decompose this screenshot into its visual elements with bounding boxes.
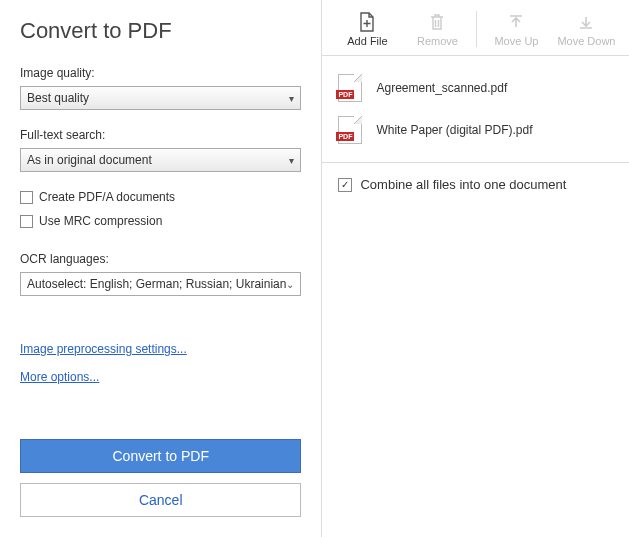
file-panel: Add File Remove Move Up Move Down <box>321 0 629 537</box>
ocr-languages-select[interactable]: Autoselect: English; German; Russian; Uk… <box>20 272 301 296</box>
trash-icon <box>426 11 448 33</box>
file-row[interactable]: PDF White Paper (digital PDF).pdf <box>338 116 615 144</box>
image-quality-value: Best quality <box>27 91 89 105</box>
chevron-down-icon: ▾ <box>289 155 294 166</box>
create-pdfa-checkbox[interactable]: Create PDF/A documents <box>20 190 301 204</box>
checkbox-icon <box>20 215 33 228</box>
combine-label: Combine all files into one document <box>360 177 566 192</box>
file-row[interactable]: PDF Agreement_scanned.pdf <box>338 74 615 102</box>
toolbar-separator <box>476 11 477 47</box>
create-pdfa-label: Create PDF/A documents <box>39 190 175 204</box>
file-toolbar: Add File Remove Move Up Move Down <box>322 0 629 56</box>
file-name: White Paper (digital PDF).pdf <box>376 123 532 137</box>
fulltext-search-select[interactable]: As in original document ▾ <box>20 148 301 172</box>
image-quality-select[interactable]: Best quality ▾ <box>20 86 301 110</box>
use-mrc-checkbox[interactable]: Use MRC compression <box>20 214 301 228</box>
image-quality-label: Image quality: <box>20 66 301 80</box>
pdf-file-icon: PDF <box>338 74 362 102</box>
move-down-icon <box>575 11 597 33</box>
add-file-icon <box>356 11 378 33</box>
image-preprocessing-link[interactable]: Image preprocessing settings... <box>20 342 187 356</box>
fulltext-search-label: Full-text search: <box>20 128 301 142</box>
settings-panel: Convert to PDF Image quality: Best quali… <box>0 0 321 537</box>
page-title: Convert to PDF <box>20 18 301 44</box>
remove-label: Remove <box>417 35 458 47</box>
file-name: Agreement_scanned.pdf <box>376 81 507 95</box>
move-down-button: Move Down <box>551 11 621 47</box>
combine-checkbox[interactable]: ✓ Combine all files into one document <box>322 162 629 206</box>
move-down-label: Move Down <box>557 35 615 47</box>
pdf-file-icon: PDF <box>338 116 362 144</box>
move-up-label: Move Up <box>494 35 538 47</box>
chevron-down-icon: ▾ <box>289 93 294 104</box>
cancel-button[interactable]: Cancel <box>20 483 301 517</box>
file-list: PDF Agreement_scanned.pdf PDF White Pape… <box>322 56 629 162</box>
ocr-languages-value: Autoselect: English; German; Russian; Uk… <box>27 277 286 291</box>
move-up-button: Move Up <box>481 11 551 47</box>
use-mrc-label: Use MRC compression <box>39 214 162 228</box>
more-options-link[interactable]: More options... <box>20 370 99 384</box>
add-file-button[interactable]: Add File <box>332 11 402 47</box>
checkbox-icon <box>20 191 33 204</box>
chevron-down-icon: ⌄ <box>286 279 294 290</box>
remove-button: Remove <box>402 11 472 47</box>
move-up-icon <box>505 11 527 33</box>
convert-button[interactable]: Convert to PDF <box>20 439 301 473</box>
add-file-label: Add File <box>347 35 387 47</box>
app-window: Convert to PDF Image quality: Best quali… <box>0 0 629 537</box>
ocr-languages-label: OCR languages: <box>20 252 301 266</box>
fulltext-search-value: As in original document <box>27 153 152 167</box>
checkbox-checked-icon: ✓ <box>338 178 352 192</box>
